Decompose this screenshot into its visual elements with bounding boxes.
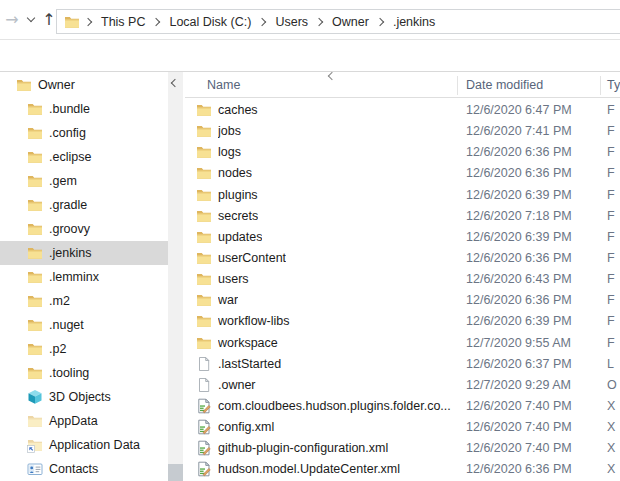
sidebar-item-label: 3D Objects: [49, 390, 111, 404]
sidebar-item--config[interactable]: .config: [0, 121, 168, 145]
sidebar-item-appdata[interactable]: AppData: [0, 409, 168, 433]
file-row-secrets[interactable]: secrets 12/6/2020 7:18 PM F: [185, 206, 620, 227]
file-row-caches[interactable]: caches 12/6/2020 6:47 PM F: [185, 100, 620, 121]
sidebar-item-label: Owner: [38, 78, 75, 92]
contacts-icon: [27, 461, 43, 477]
column-header-type[interactable]: Ty: [607, 78, 620, 92]
folder-icon: [27, 197, 43, 213]
sidebar-item--gradle[interactable]: .gradle: [0, 193, 168, 217]
file-type: F: [607, 314, 615, 328]
column-header-name[interactable]: Name: [207, 78, 240, 92]
column-header-row: Name Date modified Ty: [185, 72, 620, 98]
sidebar-item--jenkins[interactable]: .jenkins: [0, 241, 168, 265]
file-rows: caches 12/6/2020 6:47 PM F jobs 12/6/202…: [185, 100, 620, 481]
breadcrumb-separator-icon[interactable]: [316, 19, 322, 25]
file-row-hudson-model-updatecenter-xml[interactable]: hudson.model.UpdateCenter.xml 12/6/2020 …: [185, 459, 620, 480]
sidebar-item--lemminx[interactable]: .lemminx: [0, 265, 168, 289]
sidebar-item-label: .p2: [49, 342, 66, 356]
cube-icon: [27, 389, 43, 405]
folder-tree-sidebar: Owner .bundle .config .eclipse .gem .gra…: [0, 73, 168, 481]
forward-button[interactable]: →: [0, 0, 24, 39]
sidebar-item-3d-objects[interactable]: 3D Objects: [0, 385, 168, 409]
history-dropdown-button[interactable]: [24, 0, 38, 39]
sidebar-item--tooling[interactable]: .tooling: [0, 361, 168, 385]
breadcrumb-item--jenkins[interactable]: .jenkins: [390, 14, 438, 30]
file-row-users[interactable]: users 12/6/2020 6:43 PM F: [185, 269, 620, 290]
file-name: updates: [218, 230, 262, 244]
sidebar-item-application-data[interactable]: Application Data: [0, 433, 168, 457]
breadcrumb-item-local-disk-c-[interactable]: Local Disk (C:): [166, 14, 254, 30]
file-row-config-xml[interactable]: config.xml 12/6/2020 7:40 PM X: [185, 417, 620, 438]
sidebar-item-owner[interactable]: Owner: [0, 73, 168, 97]
file-row-workflow-libs[interactable]: workflow-libs 12/6/2020 6:39 PM F: [185, 311, 620, 332]
sidebar-item--gem[interactable]: .gem: [0, 169, 168, 193]
scrollbar-thumb[interactable]: [168, 464, 183, 481]
file-name: plugins: [218, 188, 258, 202]
breadcrumb-separator-icon[interactable]: [153, 19, 159, 25]
xml-icon: [196, 440, 212, 456]
file-name: com.cloudbees.hudson.plugins.folder.co..…: [218, 399, 451, 413]
folder-icon: [196, 165, 212, 181]
file-date-modified: 12/7/2020 9:29 AM: [466, 378, 571, 392]
folder-icon: [196, 123, 212, 139]
file-icon: [196, 377, 212, 393]
sidebar-item--nuget[interactable]: .nuget: [0, 313, 168, 337]
file-date-modified: 12/6/2020 7:41 PM: [466, 124, 572, 138]
sidebar-scrollbar[interactable]: [168, 72, 183, 481]
chevron-down-icon: [27, 14, 35, 22]
navigation-toolbar: → ↑ This PCLocal Disk (C:)UsersOwner.jen…: [0, 0, 620, 40]
file-type: F: [607, 293, 615, 307]
breadcrumb-item-owner[interactable]: Owner: [329, 14, 372, 30]
file-name: .owner: [218, 378, 256, 392]
column-header-date-modified[interactable]: Date modified: [466, 78, 543, 92]
breadcrumb-item-users[interactable]: Users: [272, 14, 311, 30]
folder-icon: [196, 335, 212, 351]
folder-icon: [27, 341, 43, 357]
file-row-updates[interactable]: updates 12/6/2020 6:39 PM F: [185, 227, 620, 248]
sidebar-item--bundle[interactable]: .bundle: [0, 97, 168, 121]
breadcrumb-separator-icon[interactable]: [85, 19, 91, 25]
sidebar-item-contacts[interactable]: Contacts: [0, 457, 168, 481]
file-type: X: [607, 462, 615, 476]
file-date-modified: 12/6/2020 6:39 PM: [466, 188, 572, 202]
column-divider[interactable]: [600, 76, 601, 95]
file-name: github-plugin-configuration.xml: [218, 441, 388, 455]
folder-icon: [27, 149, 43, 165]
sidebar-item--m2[interactable]: .m2: [0, 289, 168, 313]
file-date-modified: 12/6/2020 6:37 PM: [466, 357, 572, 371]
file-type: L: [607, 357, 614, 371]
breadcrumb-separator-icon[interactable]: [259, 19, 265, 25]
scroll-up-icon: [171, 79, 179, 87]
column-divider[interactable]: [457, 76, 458, 95]
file-row-usercontent[interactable]: userContent 12/6/2020 6:36 PM F: [185, 248, 620, 269]
file-row-plugins[interactable]: plugins 12/6/2020 6:39 PM F: [185, 185, 620, 206]
sidebar-item-label: .eclipse: [49, 150, 91, 164]
folder-icon: [27, 173, 43, 189]
address-bar[interactable]: This PCLocal Disk (C:)UsersOwner.jenkins: [56, 9, 620, 34]
folder-faded-icon: [27, 413, 43, 429]
folder-icon: [27, 365, 43, 381]
xml-icon: [196, 461, 212, 477]
breadcrumb-item-this-pc[interactable]: This PC: [98, 14, 148, 30]
file-name: .lastStarted: [218, 357, 281, 371]
folder-icon: [16, 77, 32, 93]
sidebar-item--eclipse[interactable]: .eclipse: [0, 145, 168, 169]
breadcrumb-separator-icon[interactable]: [377, 19, 383, 25]
file-type: F: [607, 188, 615, 202]
file-row--owner[interactable]: .owner 12/7/2020 9:29 AM O: [185, 375, 620, 396]
file-row-nodes[interactable]: nodes 12/6/2020 6:36 PM F: [185, 163, 620, 184]
sidebar-item-label: .gradle: [49, 198, 87, 212]
file-type: F: [607, 124, 615, 138]
file-row-logs[interactable]: logs 12/6/2020 6:36 PM F: [185, 142, 620, 163]
file-row-github-plugin-configuration-xml[interactable]: github-plugin-configuration.xml 12/6/202…: [185, 438, 620, 459]
file-row-workspace[interactable]: workspace 12/7/2020 9:55 AM F: [185, 333, 620, 354]
file-name: logs: [218, 145, 241, 159]
xml-icon: [196, 419, 212, 435]
sidebar-item--p2[interactable]: .p2: [0, 337, 168, 361]
file-row-war[interactable]: war 12/6/2020 6:36 PM F: [185, 290, 620, 311]
file-date-modified: 12/6/2020 6:36 PM: [466, 251, 572, 265]
file-row--laststarted[interactable]: .lastStarted 12/6/2020 6:37 PM L: [185, 354, 620, 375]
file-row-com-cloudbees-hudson-plugins-folder-co-[interactable]: com.cloudbees.hudson.plugins.folder.co..…: [185, 396, 620, 417]
file-row-jobs[interactable]: jobs 12/6/2020 7:41 PM F: [185, 121, 620, 142]
sidebar-item--groovy[interactable]: .groovy: [0, 217, 168, 241]
